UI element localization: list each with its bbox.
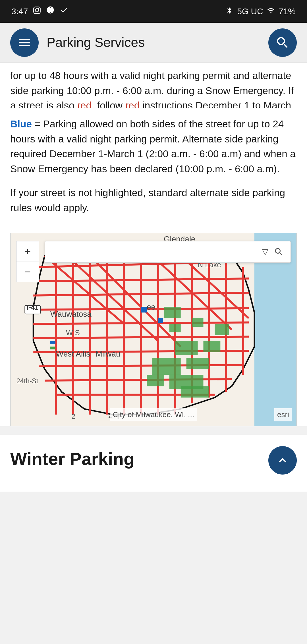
map-search-input[interactable] [50,247,258,257]
header-left: Parking Services [10,28,145,57]
zoom-out-button[interactable]: − [16,262,39,282]
svg-rect-43 [141,307,147,312]
svg-rect-38 [203,341,220,352]
svg-rect-41 [147,375,164,386]
page-title: Parking Services [47,33,145,52]
battery-label: 71% [279,5,296,18]
svg-rect-0 [34,7,40,14]
app-header: Parking Services [0,23,307,63]
menu-button[interactable] [10,28,39,57]
search-button[interactable] [268,28,297,57]
status-right: 5G UC 71% [226,5,296,18]
svg-text:I-41: I-41 [27,303,38,311]
cutoff-paragraph: for up to 48 hours with a valid night pa… [10,63,297,108]
svg-rect-40 [181,386,209,397]
map-zoom-controls[interactable]: + − [16,241,39,282]
map-search-icon[interactable] [272,245,285,258]
text-block: Blue = Parking allowed on both sides of … [10,108,297,227]
instagram-icon [33,5,41,18]
svg-rect-33 [169,324,181,332]
status-left: 3:47 [11,5,68,18]
settings-icon [46,5,55,18]
network-label: 5G UC [237,5,263,18]
scroll-to-top-button[interactable] [268,446,297,475]
svg-text:2: 2 [72,413,75,420]
bottom-section: Winter Parking [0,435,307,492]
dropdown-arrow-icon[interactable]: ▽ [258,246,272,258]
svg-text:Milwau: Milwau [96,349,121,358]
svg-rect-46 [50,347,55,349]
main-content: for up to 48 hours with a valid night pa… [0,63,307,426]
svg-text:Wauwatosa: Wauwatosa [50,310,92,318]
red-label-1: red [77,100,92,108]
svg-rect-44 [158,318,163,323]
svg-point-2 [38,8,40,9]
svg-point-1 [36,9,39,12]
svg-rect-42 [192,318,204,327]
zoom-in-button[interactable]: + [16,241,39,262]
map-search-bar[interactable]: ▽ [45,241,291,263]
map-city-label: City of Milwaukee, WI, ... [110,408,197,421]
winter-parking-title: Winter Parking [10,446,134,472]
svg-rect-37 [186,358,209,369]
red-label-2: red [125,100,140,108]
svg-text:W S: W S [66,329,80,337]
svg-rect-39 [215,324,229,335]
svg-rect-45 [50,341,55,344]
map-watermark: esri [274,408,292,421]
svg-rect-34 [175,341,198,355]
svg-text:ee: ee [147,303,155,311]
svg-rect-35 [152,358,181,375]
check-icon [60,5,68,18]
blue-paragraph: Blue = Parking allowed on both sides of … [10,117,297,176]
status-bar: 3:47 5G UC 71% [0,0,307,23]
bluetooth-icon [226,5,233,18]
signal-icon [267,5,275,18]
blue-label: Blue [10,118,32,129]
svg-text:West Allis: West Allis [56,349,90,358]
svg-rect-32 [164,307,181,318]
time-display: 3:47 [11,5,28,18]
svg-text:24th-St: 24th-St [16,377,38,385]
no-highlight-paragraph: If your street is not highlighted, stand… [10,185,297,215]
map-container[interactable]: Wauwatosa West Allis Milwau ee Glendale … [10,233,297,426]
